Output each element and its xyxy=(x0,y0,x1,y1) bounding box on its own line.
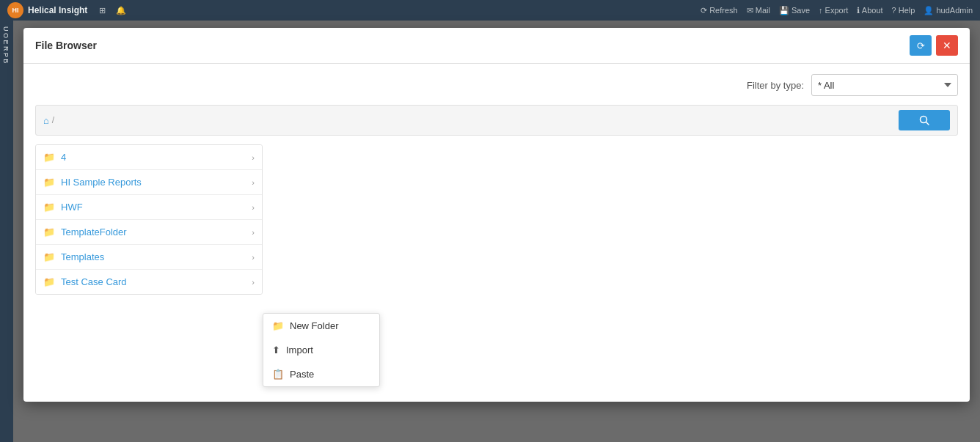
refresh-link[interactable]: ⟳ Refresh xyxy=(701,6,738,15)
sidebar-label: U O E R P B xyxy=(0,21,12,69)
topbar-actions: ⟳ Refresh ✉ Mail 💾 Save ↑ Export ℹ About… xyxy=(701,6,973,15)
file-name-templatefolder: TemplateFolder xyxy=(61,226,252,237)
file-name-hwf: HWF xyxy=(61,202,252,213)
chevron-right-icon: › xyxy=(252,228,255,237)
folder-icon: 📁 xyxy=(43,251,55,262)
filter-row: Filter by type: * All xyxy=(35,74,958,96)
file-item-templates[interactable]: 📁 Templates › xyxy=(36,245,262,270)
context-menu-paste[interactable]: 📋 Paste xyxy=(263,362,379,386)
context-menu: 📁 New Folder ⬆ Import 📋 Paste xyxy=(263,313,380,387)
user-link[interactable]: 👤 hudAdmin xyxy=(924,6,973,15)
context-menu-new-folder[interactable]: 📁 New Folder xyxy=(263,314,379,338)
breadcrumb-separator: / xyxy=(52,115,54,125)
file-name-test-case-card: Test Case Card xyxy=(61,276,252,287)
modal-refresh-button[interactable]: ⟳ xyxy=(910,35,932,56)
new-folder-label: New Folder xyxy=(290,320,338,331)
brand-logo: HI xyxy=(7,2,23,18)
chevron-right-icon: › xyxy=(252,253,255,262)
modal-title: File Browser xyxy=(35,40,97,51)
search-button[interactable] xyxy=(899,110,950,130)
file-item-hi-sample-reports[interactable]: 📁 HI Sample Reports › xyxy=(36,170,262,195)
topbar-nav: ⊞ 🔔 xyxy=(99,6,126,15)
modal-overlay: File Browser ⟳ ✕ Filter by type: * All ⌂… xyxy=(13,21,980,442)
file-item-hwf[interactable]: 📁 HWF › xyxy=(36,195,262,220)
file-item-templatefolder[interactable]: 📁 TemplateFolder › xyxy=(36,220,262,245)
file-name-templates: Templates xyxy=(61,251,252,262)
breadcrumb-home-icon[interactable]: ⌂ xyxy=(43,115,49,126)
paste-label: Paste xyxy=(290,369,314,380)
sidebar: U O E R P B xyxy=(0,21,13,442)
file-item-4[interactable]: 📁 4 › xyxy=(36,145,262,170)
svg-line-1 xyxy=(926,122,929,125)
topbar: HI Helical Insight ⊞ 🔔 ⟳ Refresh ✉ Mail … xyxy=(0,0,980,21)
grid-icon[interactable]: ⊞ xyxy=(99,6,106,15)
file-browser-modal: File Browser ⟳ ✕ Filter by type: * All ⌂… xyxy=(23,28,970,402)
paste-icon: 📋 xyxy=(272,369,284,380)
folder-icon: 📁 xyxy=(43,152,55,163)
folder-icon: 📁 xyxy=(43,276,55,287)
search-icon xyxy=(919,115,929,125)
folder-icon: 📁 xyxy=(43,177,55,188)
modal-header-buttons: ⟳ ✕ xyxy=(910,35,958,56)
file-name-hi-sample-reports: HI Sample Reports xyxy=(61,177,252,188)
bell-icon[interactable]: 🔔 xyxy=(116,6,126,15)
brand: HI Helical Insight xyxy=(7,2,87,18)
folder-icon: 📁 xyxy=(43,202,55,213)
help-link[interactable]: ? Help xyxy=(892,6,915,15)
mail-link[interactable]: ✉ Mail xyxy=(747,6,770,15)
modal-header: File Browser ⟳ ✕ xyxy=(23,28,970,64)
export-link[interactable]: ↑ Export xyxy=(819,6,848,15)
chevron-right-icon: › xyxy=(252,153,255,162)
modal-close-button[interactable]: ✕ xyxy=(936,35,958,56)
chevron-right-icon: › xyxy=(252,278,255,287)
file-item-test-case-card[interactable]: 📁 Test Case Card › xyxy=(36,270,262,294)
folder-icon: 📁 xyxy=(43,226,55,237)
breadcrumb-row: ⌂ / xyxy=(35,105,958,136)
import-label: Import xyxy=(286,345,313,356)
chevron-right-icon: › xyxy=(252,203,255,212)
save-link[interactable]: 💾 Save xyxy=(779,6,810,15)
brand-title: Helical Insight xyxy=(28,5,87,15)
context-menu-import[interactable]: ⬆ Import xyxy=(263,338,379,362)
filter-type-select[interactable]: * All xyxy=(811,74,958,96)
about-link[interactable]: ℹ About xyxy=(857,6,882,15)
chevron-right-icon: › xyxy=(252,178,255,187)
filter-label: Filter by type: xyxy=(747,80,804,91)
import-icon: ⬆ xyxy=(272,345,280,356)
modal-body: Filter by type: * All ⌂ / xyxy=(23,64,970,305)
file-name-4: 4 xyxy=(61,152,252,163)
file-list: 📁 4 › 📁 HI Sample Reports › 📁 HWF › xyxy=(35,144,263,295)
new-folder-icon: 📁 xyxy=(272,320,284,331)
